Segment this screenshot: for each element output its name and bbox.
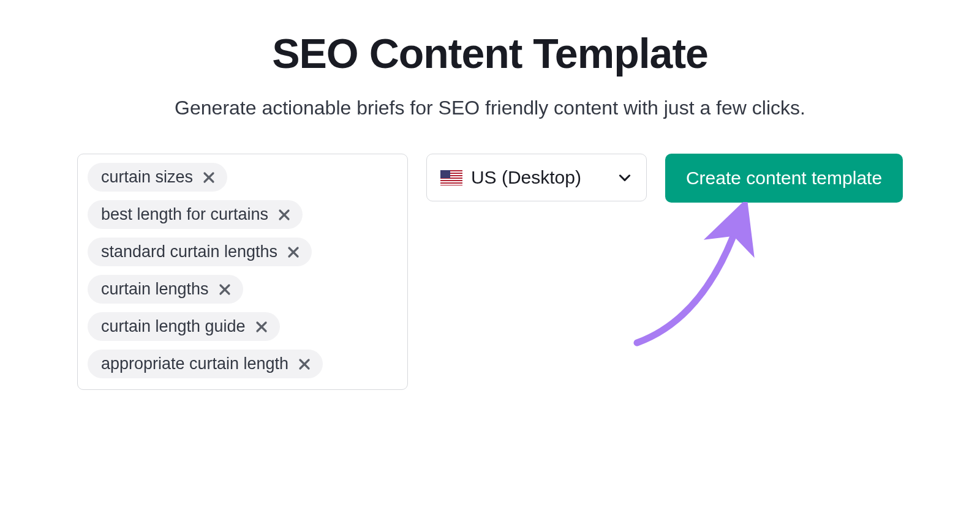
- keyword-chip[interactable]: standard curtain lengths: [88, 238, 312, 266]
- region-label: US (Desktop): [471, 167, 617, 188]
- page-title: SEO Content Template: [0, 29, 980, 77]
- close-icon[interactable]: [297, 357, 312, 372]
- us-flag-icon: [440, 170, 462, 185]
- keyword-chip-label: standard curtain lengths: [101, 244, 277, 260]
- keywords-input-box[interactable]: curtain sizes best length for curtains s…: [77, 154, 408, 390]
- close-icon[interactable]: [254, 320, 269, 334]
- close-icon[interactable]: [277, 208, 292, 222]
- close-icon[interactable]: [217, 282, 232, 297]
- keyword-chip[interactable]: curtain lengths: [88, 275, 243, 304]
- keyword-chip-label: appropriate curtain length: [101, 356, 288, 372]
- keyword-chip-label: curtain length guide: [101, 318, 246, 335]
- region-select[interactable]: US (Desktop): [426, 154, 647, 201]
- svg-rect-16: [440, 179, 462, 180]
- svg-rect-19: [440, 170, 450, 178]
- page-subtitle: Generate actionable briefs for SEO frien…: [0, 97, 980, 119]
- svg-rect-18: [440, 184, 462, 185]
- close-icon[interactable]: [286, 245, 301, 260]
- keyword-chip[interactable]: appropriate curtain length: [88, 350, 323, 378]
- keyword-chip-label: curtain sizes: [101, 169, 193, 185]
- keyword-chip-label: curtain lengths: [101, 281, 209, 297]
- create-content-template-button[interactable]: Create content template: [665, 154, 903, 203]
- close-icon[interactable]: [202, 170, 216, 185]
- keyword-chip[interactable]: best length for curtains: [88, 200, 303, 229]
- chevron-down-icon: [617, 170, 633, 185]
- svg-rect-17: [440, 181, 462, 182]
- keyword-chip[interactable]: curtain sizes: [88, 163, 227, 192]
- keyword-chip-label: best length for curtains: [101, 206, 268, 223]
- keyword-chip[interactable]: curtain length guide: [88, 312, 280, 341]
